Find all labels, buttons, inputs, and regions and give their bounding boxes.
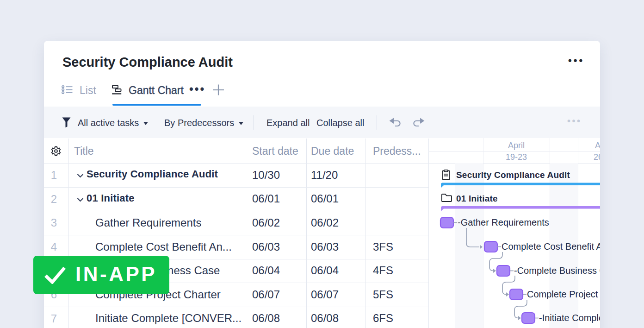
svg-text:-Complete Business Case: -Complete Business Case	[514, 265, 600, 276]
svg-text:-Gather Requirements: -Gather Requirements	[458, 217, 549, 227]
svg-text:Security Compliance Audit: Security Compliance Audit	[456, 170, 570, 180]
svg-text:01 Initiate: 01 Initiate	[456, 194, 498, 203]
svg-text:Complete Project Charter: Complete Project Charter	[527, 289, 600, 299]
svg-text:19-23: 19-23	[506, 152, 527, 162]
svg-text:April: April	[508, 141, 525, 150]
svg-text:April: April	[595, 141, 600, 150]
svg-text:-Initiate Complete [CONVER...: -Initiate Complete [CONVER...	[539, 313, 600, 323]
svg-text:26-30: 26-30	[594, 152, 600, 162]
svg-text:Complete Cost Benefit An...: Complete Cost Benefit An...	[502, 241, 600, 252]
